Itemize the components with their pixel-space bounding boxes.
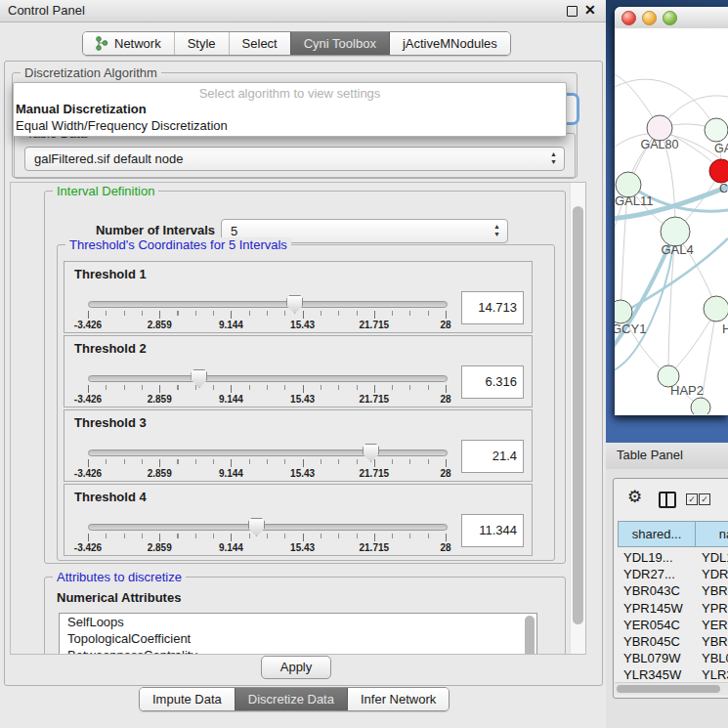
node-label: GAL11 [615, 193, 654, 208]
control-panel-window: Control Panel ✕ Network Style Select Cyn… [0, 0, 728, 728]
algorithm-option-manual[interactable]: Manual Discretization [16, 102, 147, 116]
checkbox-icon[interactable]: ✓ [686, 493, 698, 505]
node-top-right[interactable] [705, 118, 728, 142]
table-data-group: Table Data galFiltered.sif default node … [14, 133, 576, 179]
table-scrollbar-thumb[interactable] [617, 685, 720, 693]
algorithm-option-equal-width[interactable]: Equal Width/Frequency Discretization [16, 118, 228, 133]
threshold-3-label: Threshold 3 [74, 415, 147, 430]
node-label: GCY1 [615, 321, 646, 336]
node-label: GAL80 [641, 138, 679, 151]
panel-title: Control Panel [8, 3, 85, 18]
list-scrollbar[interactable] [525, 616, 535, 655]
panel-titlebar: Control Panel [0, 0, 606, 22]
threshold-2-value[interactable]: 6.316 [461, 365, 524, 399]
table-body[interactable]: YDL19...YDL1 YDR27...YDR2 YBR043CYBR0 YP… [618, 549, 728, 682]
table-horizontal-scrollbar[interactable] [615, 682, 728, 695]
apply-button[interactable]: Apply [261, 656, 331, 679]
node-bottom[interactable] [691, 398, 710, 414]
table-row[interactable]: YER054CYER0 [618, 617, 728, 633]
threshold-1-panel: Threshold 1 -3.4262.859 9.14415.43 21.71… [64, 261, 533, 333]
gear-icon[interactable]: ⚙ [627, 487, 642, 507]
tab-network-label: Network [114, 32, 161, 55]
network-window-titlebar[interactable] [615, 7, 728, 29]
node-right-mid[interactable] [704, 296, 728, 321]
slider-tick-labels: -3.4262.859 9.14415.43 21.71528 [88, 320, 446, 331]
node-label: C [719, 182, 728, 195]
close-icon[interactable]: ✕ [584, 2, 596, 18]
table-row[interactable]: YBR045CYBR0 [618, 633, 728, 650]
table-row[interactable]: YDL19...YDL1 [618, 549, 728, 566]
threshold-3-panel: Threshold 3 -3.4262.859 9.14415.43 21.71… [64, 409, 533, 482]
tab-style[interactable]: Style [174, 32, 229, 55]
threshold-3-slider[interactable]: -3.4262.859 9.14415.43 21.71528 [88, 446, 446, 479]
network-window[interactable]: GAL80 GA C GAL11 GAL4 GCY1 H HAP2 [615, 7, 728, 415]
numerical-attributes-list[interactable]: SelfLoops TopologicalCoefficient Between… [59, 613, 537, 655]
threshold-1-slider[interactable]: -3.4262.859 9.14415.43 21.71528 [88, 297, 446, 330]
top-tab-bar: Network Style Select Cyni Toolbox jActiv… [82, 31, 511, 56]
zoom-traffic-light[interactable] [663, 11, 677, 25]
interval-definition-title: Interval Definition [53, 184, 158, 198]
network-canvas[interactable]: GAL80 GA C GAL11 GAL4 GCY1 H HAP2 [615, 28, 728, 414]
network-nodes[interactable] [615, 115, 728, 414]
slider-tick-labels: -3.4262.859 9.14415.43 21.71528 [88, 468, 446, 480]
slider-track[interactable] [88, 375, 448, 382]
list-item[interactable]: BetweennessCentrality [60, 647, 536, 655]
slider-tick-labels: -3.4262.859 9.14415.43 21.71528 [88, 542, 446, 554]
threshold-2-label: Threshold 2 [74, 341, 147, 356]
tab-infer-network[interactable]: Infer Network [347, 688, 449, 710]
numerical-attributes-label: Numerical Attributes [57, 590, 181, 605]
settings-scrollbar[interactable] [570, 183, 585, 654]
list-item[interactable]: TopologicalCoefficient [60, 630, 536, 647]
combo-spinner-icon[interactable]: ▲▼ [493, 223, 500, 238]
checkbox-icon[interactable]: ✓ [699, 493, 710, 505]
slider-major-ticks [88, 385, 447, 393]
table-row[interactable]: YLR345WYLR3 [618, 666, 728, 682]
threshold-3-value[interactable]: 21.4 [461, 440, 524, 473]
bottom-tab-bar: Impute Data Discretize Data Infer Networ… [139, 687, 450, 711]
slider-track[interactable] [88, 301, 448, 308]
node-red[interactable] [709, 159, 728, 183]
tab-discretize-data[interactable]: Discretize Data [235, 688, 347, 710]
number-of-intervals-label: Number of Intervals [86, 223, 215, 237]
combo-spinner-icon[interactable]: ▲▼ [550, 150, 557, 166]
threshold-1-value[interactable]: 14.713 [461, 291, 524, 324]
threshold-coordinates-title: Threshold's Coordinates for 5 Intervals [65, 237, 291, 252]
slider-major-ticks [88, 459, 447, 467]
tab-select[interactable]: Select [229, 32, 290, 55]
close-traffic-light[interactable] [621, 11, 636, 25]
tab-impute-data[interactable]: Impute Data [140, 688, 235, 710]
threshold-4-label: Threshold 4 [74, 490, 147, 504]
threshold-coordinates-group: Threshold's Coordinates for 5 Intervals … [57, 244, 555, 561]
table-row[interactable]: YDR27...YDR2 [618, 566, 728, 582]
table-row[interactable]: YBL079WYBL0 [618, 650, 728, 666]
node-table: ⚙ ✓ ✓ shared... na YDL19...YDL1 YDR27...… [613, 478, 728, 699]
interval-definition-group: Interval Definition Number of Intervals … [44, 191, 566, 564]
column-header-shared[interactable]: shared... [618, 521, 696, 547]
tab-impute-label: Impute Data [152, 688, 222, 710]
tab-infer-label: Infer Network [361, 688, 436, 710]
table-row[interactable]: YBR043CYBR0 [618, 582, 728, 599]
tab-jactivemnodules[interactable]: jActiveMNodules [389, 32, 510, 55]
tab-cyni-toolbox[interactable]: Cyni Toolbox [290, 32, 389, 55]
tab-style-label: Style [188, 32, 216, 55]
slider-track[interactable] [88, 524, 448, 531]
slider-track[interactable] [88, 450, 448, 456]
number-of-intervals-value: 5 [231, 224, 237, 238]
slider-major-ticks [88, 534, 447, 541]
tab-cyni-label: Cyni Toolbox [304, 32, 376, 55]
tab-network[interactable]: Network [83, 32, 174, 55]
minimize-traffic-light[interactable] [642, 11, 657, 25]
column-header-name[interactable]: na [695, 521, 728, 547]
node-label: GAL4 [661, 242, 693, 257]
attributes-group-title: Attributes to discretize [53, 570, 186, 584]
split-columns-icon[interactable] [659, 492, 676, 508]
threshold-2-slider[interactable]: -3.4262.859 9.14415.43 21.71528 [88, 371, 446, 405]
table-row[interactable]: YPR145WYPR1 [618, 600, 728, 617]
settings-scrollbar-thumb[interactable] [573, 206, 583, 624]
float-window-icon[interactable] [567, 6, 578, 17]
threshold-4-value[interactable]: 11.344 [461, 514, 524, 547]
threshold-4-slider[interactable]: -3.4262.859 9.14415.43 21.71528 [88, 520, 446, 553]
table-data-combo[interactable]: galFiltered.sif default node ▲▼ [24, 147, 565, 171]
node-label: GA [714, 142, 728, 155]
list-item[interactable]: SelfLoops [60, 614, 536, 630]
